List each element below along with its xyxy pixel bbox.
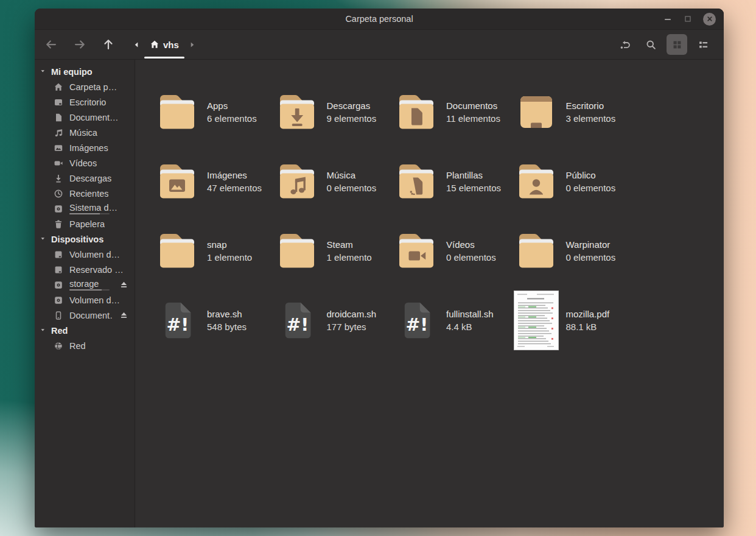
file-meta: 9 elementos (327, 112, 377, 125)
file-name: Plantillas (446, 169, 501, 182)
section-expander-icon[interactable] (40, 236, 47, 242)
section-expander-icon[interactable] (40, 68, 47, 75)
breadcrumb-current[interactable]: vhs (150, 40, 179, 50)
folder-icon (514, 229, 558, 273)
sidebar-section-mi-equipo[interactable]: Mi equipo (35, 64, 135, 79)
grid-item-steam[interactable]: Steam1 elemento (275, 216, 395, 286)
music-icon (54, 128, 63, 138)
breadcrumb-prev-button[interactable] (133, 41, 141, 49)
trash-icon (54, 219, 63, 229)
grid-item-plantillas[interactable]: Plantillas15 elementos (394, 147, 514, 216)
grid-item-mozilla.pdf[interactable]: mozilla.pdf88.1 kB (514, 286, 634, 355)
grid-item-apps[interactable]: Apps6 elementos (155, 77, 275, 147)
back-button[interactable] (45, 38, 57, 51)
sidebar-item-red[interactable]: Red (35, 338, 135, 353)
eject-button[interactable] (119, 280, 128, 289)
svg-text:#!: #! (286, 315, 309, 335)
file-meta: 0 elementos (446, 251, 496, 264)
chevron-down-icon (40, 68, 47, 75)
sidebar-item-descargas[interactable]: Descargas (35, 171, 135, 186)
grid-item-escritorio[interactable]: Escritorio3 elementos (514, 77, 634, 147)
volume-icon (54, 265, 63, 275)
grid-item-brave.sh[interactable]: #!brave.sh548 bytes (155, 286, 275, 355)
sidebar-item-sistema-d[interactable]: Sistema d… (35, 201, 135, 216)
minimize-button[interactable] (663, 14, 673, 24)
disk-icon (54, 204, 63, 214)
sidebar-item-document[interactable]: Document… (35, 308, 135, 323)
file-grid: Apps6 elementosDescargas9 elementosDocum… (135, 60, 724, 527)
search-button[interactable] (640, 34, 661, 55)
grid-item-documentos[interactable]: Documentos11 elementos (394, 77, 514, 147)
disk-icon (54, 295, 63, 305)
minimize-icon (663, 14, 673, 24)
sidebar-item-storage[interactable]: storage (35, 277, 135, 292)
grid-item-snap[interactable]: snap1 elemento (155, 216, 275, 286)
sidebar-item-label: Imágenes (69, 143, 108, 153)
grid-item-música[interactable]: Música0 elementos (275, 147, 395, 216)
sidebar-item-label: Volumen d… (69, 295, 120, 305)
sidebar-item-carpeta-p[interactable]: Carpeta p… (35, 79, 135, 94)
grid-item-fullinstall.sh[interactable]: #!fullinstall.sh4.4 kB (394, 286, 514, 355)
forward-button[interactable] (74, 38, 86, 51)
sidebar-item-label: storage (69, 279, 110, 289)
sidebar-item-recientes[interactable]: Recientes (35, 186, 135, 201)
breadcrumb: vhs (133, 40, 196, 50)
maximize-button[interactable] (683, 14, 693, 24)
sidebar-item-document[interactable]: Document… (35, 110, 135, 125)
grid-item-imágenes[interactable]: Imágenes47 elementos (155, 147, 275, 216)
grid-view-button[interactable] (667, 34, 687, 55)
sidebar-item-música[interactable]: Música (35, 125, 135, 140)
window-title: Carpeta personal (35, 14, 724, 24)
breadcrumb-next-button[interactable] (188, 41, 196, 49)
grid-view-icon (672, 40, 682, 50)
eject-button[interactable] (119, 311, 128, 320)
list-view-icon (698, 40, 709, 50)
volume-icon (54, 250, 63, 259)
sidebar-item-imágenes[interactable]: Imágenes (35, 140, 135, 155)
file-name: brave.sh (207, 308, 247, 320)
music-icon (54, 128, 63, 138)
sidebar-item-papelera[interactable]: Papelera (35, 216, 135, 231)
sidebar-section-label: Red (51, 326, 68, 336)
file-meta: 1 elemento (207, 251, 252, 264)
sidebar-item-volumen-d[interactable]: Volumen d… (35, 247, 135, 262)
window-content: Mi equipoCarpeta p…EscritorioDocument…Mú… (35, 60, 724, 527)
file-meta: 177 bytes (327, 320, 377, 333)
section-expander-icon[interactable] (40, 327, 47, 334)
sidebar-section-dispositivos[interactable]: Dispositivos (35, 231, 135, 247)
titlebar[interactable]: Carpeta personal (35, 9, 724, 30)
grid-item-público[interactable]: Público0 elementos (514, 147, 634, 216)
sidebar-item-vídeos[interactable]: Vídeos (35, 155, 135, 171)
disk-usage-bar (69, 289, 110, 291)
home-icon (54, 82, 63, 92)
sidebar-item-volumen-d[interactable]: Volumen d… (35, 292, 135, 308)
sidebar-item-label: Papelera (69, 219, 105, 229)
grid-item-droidcam.sh[interactable]: #!droidcam.sh177 bytes (275, 286, 395, 355)
svg-text:#!: #! (406, 315, 429, 335)
grid-item-vídeos[interactable]: Vídeos0 elementos (394, 216, 514, 286)
folder-template-icon (394, 160, 438, 203)
arrow-up-icon (102, 38, 114, 51)
file-name: Documentos (446, 99, 500, 112)
close-button[interactable] (703, 13, 716, 26)
toggle-location-entry-button[interactable] (614, 34, 635, 55)
sidebar-section-red[interactable]: Red (35, 323, 135, 338)
grid-item-descargas[interactable]: Descargas9 elementos (275, 77, 395, 147)
file-meta: 11 elementos (446, 112, 500, 125)
sidebar-item-label: Volumen d… (69, 250, 120, 259)
sidebar-item-escritorio[interactable]: Escritorio (35, 94, 135, 110)
folder-video-icon (394, 229, 438, 273)
file-meta: 6 elementos (207, 112, 257, 125)
sidebar-item-reservado[interactable]: Reservado … (35, 262, 135, 277)
download-icon (54, 174, 63, 183)
sidebar-item-label: Sistema d… (69, 203, 117, 213)
file-meta: 15 elementos (446, 182, 501, 194)
folder-image-icon (155, 160, 199, 203)
folder-icon (155, 229, 199, 273)
video-icon (54, 158, 63, 168)
up-button[interactable] (102, 38, 114, 51)
file-meta: 47 elementos (207, 182, 262, 194)
grid-item-warpinator[interactable]: Warpinator0 elementos (514, 216, 634, 286)
list-view-button[interactable] (693, 34, 713, 55)
document-icon (54, 113, 63, 122)
